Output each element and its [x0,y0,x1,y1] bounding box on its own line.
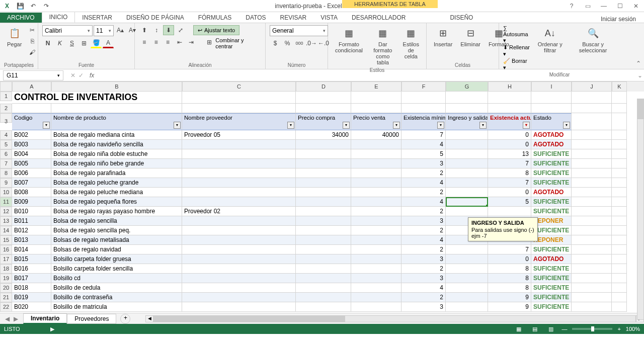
find-select-button[interactable]: 🔍Buscar y seleccionar [570,25,616,54]
expand-formula-icon[interactable]: ⌄ [636,72,644,79]
filter-icon[interactable]: ▾ [43,122,50,129]
borders-icon[interactable]: ⊞ [78,38,90,48]
cell-code[interactable]: B019 [12,293,51,302]
cell-buy[interactable] [296,178,351,188]
cell-current[interactable]: 13 [488,149,531,159]
cell-code[interactable]: B016 [12,264,51,274]
align-top-icon[interactable]: ⬆ [139,25,150,35]
cell-current[interactable]: 9 [488,293,531,302]
cell-name[interactable]: Bolsillo de contraseña [51,293,182,302]
col-header-G[interactable]: G [446,81,488,92]
macro-record-icon[interactable]: ▶ [50,326,54,332]
tab-insert[interactable]: INSERTAR [75,13,119,23]
cell-buy[interactable]: 34000 [296,130,351,140]
underline-button[interactable]: S [66,38,77,48]
cell-io[interactable] [446,274,488,283]
th-current[interactable]: Existencia actual▾ [488,113,531,130]
cell-status[interactable]: AGOTADO [531,140,572,149]
cell-io[interactable] [446,264,488,274]
cell-min[interactable]: 3 [401,254,446,264]
cell-io[interactable] [446,140,488,149]
cell-supplier[interactable] [182,197,296,207]
row-header[interactable]: 10 [0,188,12,197]
cell-code[interactable]: B018 [12,283,51,293]
row-header[interactable]: 14 [0,226,12,235]
cell-current[interactable]: 0 [488,140,531,149]
cell-name[interactable]: Bolsa de regalo niño bebe grande [51,159,182,168]
increase-indent-icon[interactable]: ⇥ [186,37,197,47]
cell-sell[interactable]: 40000 [351,130,401,140]
cell-status[interactable]: SUFICIENTE [531,302,572,312]
copy-icon[interactable]: ⎘ [27,36,38,46]
collapse-ribbon-icon[interactable]: ⌃ [636,60,641,67]
cell-current[interactable]: 7 [488,178,531,188]
tab-design[interactable]: DISEÑO [443,13,480,23]
zoom-level[interactable]: 100% [626,326,640,332]
cell-min[interactable]: 3 [401,274,446,283]
cell-min[interactable]: 3 [401,302,446,312]
cell-io[interactable] [446,178,488,188]
signin-link[interactable]: Iniciar sesión [601,16,636,23]
cell-buy[interactable] [296,274,351,283]
cell-supplier[interactable] [182,235,296,245]
cell-styles-button[interactable]: ▦Estilos de celda [400,25,422,60]
cell-io[interactable] [446,130,488,140]
cell-status[interactable]: SUFICIENTE [531,283,572,293]
cell-supplier[interactable] [182,178,296,188]
cell-current[interactable]: 7 [488,159,531,168]
cell-buy[interactable] [296,283,351,293]
cell-status[interactable]: SUFICIENTE [531,197,572,207]
cell-code[interactable]: B011 [12,216,51,226]
cell-io[interactable] [446,149,488,159]
increase-decimal-icon[interactable]: .0→ [306,38,317,48]
cell-supplier[interactable] [182,159,296,168]
cell-code[interactable]: B015 [12,254,51,264]
align-left-icon[interactable]: ≡ [139,37,149,47]
increase-font-icon[interactable]: A▴ [115,25,126,35]
cell-sell[interactable] [351,140,401,149]
cell-status[interactable]: SUFICIENTE [531,245,572,254]
cell-current[interactable]: 9 [488,302,531,312]
cell-sell[interactable] [351,207,401,216]
tab-file[interactable]: ARCHIVO [0,13,42,23]
filter-icon[interactable]: ▾ [479,122,487,129]
col-header-B[interactable]: B [51,81,182,92]
cut-icon[interactable]: ✂ [27,25,38,35]
tab-layout[interactable]: DISEÑO DE PÁGINA [119,13,191,23]
cell-code[interactable]: B012 [12,226,51,235]
cell-min[interactable]: 3 [401,159,446,168]
add-sheet-icon[interactable]: + [120,314,130,324]
cell-code[interactable]: B009 [12,197,51,207]
cell-io[interactable] [446,293,488,302]
clear-button[interactable]: 🧹 Borrar ▾ [503,58,530,71]
zoom-out-icon[interactable]: — [561,326,567,332]
cell-min[interactable]: 4 [401,178,446,188]
cell-min[interactable]: 2 [401,293,446,302]
cell-io[interactable] [446,245,488,254]
cell-sell[interactable] [351,235,401,245]
cell-code[interactable]: B005 [12,159,51,168]
save-icon[interactable]: 💾 [15,1,25,11]
cell-status[interactable]: SUFICIENTE [531,149,572,159]
fill-button[interactable]: ⬇ Rellenar ▾ [503,44,530,57]
cell-min[interactable]: 4 [401,283,446,293]
cell-buy[interactable] [296,197,351,207]
cell-code[interactable]: B017 [12,274,51,283]
close-icon[interactable]: ✕ [630,1,642,11]
decrease-decimal-icon[interactable]: ←.0 [318,38,329,48]
cell-supplier[interactable] [182,226,296,235]
col-header-A[interactable]: A [12,81,51,92]
ribbon-options-icon[interactable]: ▭ [582,1,594,11]
cell-buy[interactable] [296,245,351,254]
cell-buy[interactable] [296,293,351,302]
filter-icon[interactable]: ▾ [393,122,400,129]
cell-current[interactable]: 7 [488,245,531,254]
title-cell[interactable]: CONTROL DE INVENTARIOS [12,92,182,104]
th-name[interactable]: Nombre de producto▾ [51,113,182,130]
row-header[interactable]: 6 [0,149,12,159]
cell-min[interactable]: 2 [401,207,446,216]
wrap-text-button[interactable]: ↩Ajustar texto [193,25,239,35]
cell-supplier[interactable] [182,149,296,159]
cell-current[interactable]: 0 [488,188,531,197]
cell-sell[interactable] [351,245,401,254]
